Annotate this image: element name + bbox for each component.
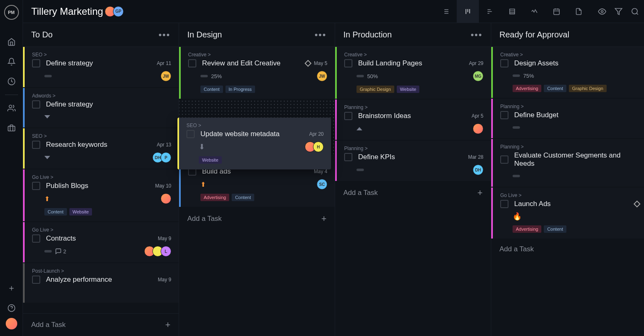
sheet-view-icon[interactable]	[501, 0, 523, 23]
files-view-icon[interactable]	[568, 0, 590, 23]
recent-icon[interactable]	[0, 72, 23, 91]
dragging-card[interactable]: SEO >Update website metadataApr 20⬇HWebs…	[177, 118, 331, 169]
gantt-view-icon[interactable]	[479, 0, 501, 23]
help-icon[interactable]	[0, 298, 23, 318]
task-checkbox[interactable]	[500, 111, 508, 119]
card-title: Design Assets	[514, 59, 639, 67]
avatar: JW	[317, 71, 327, 81]
task-card[interactable]: Go Live >Launch Ads🔥AdvertisingContent	[491, 188, 644, 239]
task-checkbox[interactable]	[32, 59, 40, 67]
card-breadcrumb: Planning >	[344, 146, 483, 151]
progress-bar-icon	[356, 75, 364, 77]
user-avatar[interactable]	[6, 318, 17, 329]
add-task-button[interactable]: Add a Task	[491, 239, 644, 259]
assignees[interactable]: MG	[473, 71, 483, 81]
column-menu-icon[interactable]: •••	[159, 30, 170, 40]
task-card[interactable]: Planning >Define Budget	[491, 99, 644, 138]
app-logo[interactable]: PM	[4, 5, 19, 20]
task-card[interactable]: SEO >Research keywordsApr 13DHP	[23, 128, 179, 169]
assignees[interactable]: JW	[317, 71, 327, 81]
avatar: GP	[113, 6, 124, 17]
milestone-icon	[305, 60, 312, 67]
progress-bar-icon	[513, 74, 520, 77]
task-checkbox[interactable]	[32, 182, 40, 190]
calendar-view-icon[interactable]	[545, 0, 568, 23]
card-tags: AdvertisingContentGraphic Design	[513, 85, 639, 92]
task-card[interactable]: Creative >Build Landing PagesApr 2950%MG…	[335, 47, 491, 99]
card-date: May 10	[155, 183, 171, 189]
task-card[interactable]: Creative >Design Assets75%AdvertisingCon…	[491, 47, 644, 98]
card-title: Evaluate Customer Segments and Needs	[514, 151, 639, 168]
team-icon[interactable]	[0, 98, 23, 118]
task-checkbox[interactable]	[500, 200, 508, 208]
card-title: Define strategy	[46, 59, 154, 67]
board-column: Ready for ApprovalCreative >Design Asset…	[491, 23, 644, 336]
task-checkbox[interactable]	[344, 153, 352, 161]
tag: Content	[232, 194, 254, 201]
task-card[interactable]: Planning >Brainstorm IdeasApr 5	[335, 100, 491, 140]
task-card[interactable]: Go Live >Publish BlogsMay 10⬆ContentWebs…	[23, 169, 179, 221]
home-icon[interactable]	[0, 32, 23, 52]
task-card[interactable]: Post-Launch >Analyze performanceMay 9	[23, 263, 179, 303]
assignees[interactable]: L	[144, 246, 171, 257]
filter-icon[interactable]	[614, 7, 623, 16]
task-checkbox[interactable]	[32, 276, 40, 284]
task-card[interactable]: Creative >Review and Edit CreativeMay 52…	[179, 47, 335, 99]
board-view-icon[interactable]	[457, 0, 479, 23]
task-checkbox[interactable]	[32, 141, 40, 149]
task-card[interactable]: Planning >Define KPIsMar 28DH	[335, 141, 491, 181]
dashboard-view-icon[interactable]	[523, 0, 545, 23]
task-checkbox[interactable]	[344, 112, 352, 120]
view-switcher	[435, 0, 590, 23]
task-checkbox[interactable]	[344, 59, 352, 67]
task-checkbox[interactable]	[32, 234, 40, 243]
briefcase-icon[interactable]	[0, 118, 23, 138]
avatar	[473, 123, 483, 134]
column-menu-icon[interactable]: •••	[315, 30, 327, 40]
task-checkbox[interactable]	[188, 59, 196, 67]
topbar-actions	[598, 7, 639, 16]
task-card[interactable]: SEO >Define strategyApr 11JW	[23, 47, 179, 87]
avatar: MG	[473, 71, 483, 81]
priority-high-icon: ⬆	[44, 195, 50, 203]
task-checkbox[interactable]	[32, 100, 40, 109]
column-header: Ready for Approval	[491, 23, 644, 47]
avatar: H	[313, 141, 324, 152]
assignees[interactable]: DHP	[152, 152, 171, 163]
priority-low-icon	[44, 115, 50, 118]
column-menu-icon[interactable]: •••	[471, 30, 483, 40]
card-tags: Graphic DesignWebsite	[356, 86, 483, 93]
plus-icon: +	[477, 188, 483, 198]
assignees[interactable]	[473, 123, 483, 134]
assignees[interactable]: SC	[317, 179, 327, 190]
add-icon[interactable]	[0, 278, 23, 298]
assignees[interactable]: H	[305, 141, 324, 152]
comments-icon[interactable]: 2	[55, 248, 66, 255]
notifications-icon[interactable]	[0, 52, 23, 72]
column-title: In Design	[187, 30, 222, 39]
task-card[interactable]: Planning >Evaluate Customer Segments and…	[491, 139, 644, 187]
card-tags: Website	[199, 156, 324, 164]
avatar: JW	[161, 71, 171, 81]
progress-bar-icon	[44, 250, 52, 253]
task-card[interactable]: Go Live >ContractsMay 92L	[23, 222, 179, 262]
assignees[interactable]: DH	[473, 165, 483, 175]
add-task-button[interactable]: Add a Task+	[23, 314, 179, 336]
task-checkbox[interactable]	[500, 59, 508, 67]
visibility-icon[interactable]	[598, 7, 606, 16]
search-icon[interactable]	[631, 7, 639, 16]
add-task-button[interactable]: Add a Task+	[335, 182, 491, 204]
project-members[interactable]: GP	[108, 6, 124, 17]
priority-low-icon: ⬇	[199, 142, 205, 151]
priority-high-icon: ⬆	[200, 181, 206, 188]
avatar	[161, 193, 171, 204]
add-task-button[interactable]: Add a Task+	[179, 208, 335, 230]
task-checkbox[interactable]	[186, 130, 195, 138]
task-card[interactable]: Adwords >Define strategy	[23, 88, 179, 127]
card-title: Build Landing Pages	[358, 59, 466, 67]
svg-rect-19	[510, 9, 515, 14]
task-checkbox[interactable]	[500, 155, 508, 164]
list-view-icon[interactable]	[435, 0, 457, 23]
assignees[interactable]: JW	[161, 71, 171, 81]
assignees[interactable]	[161, 193, 171, 204]
